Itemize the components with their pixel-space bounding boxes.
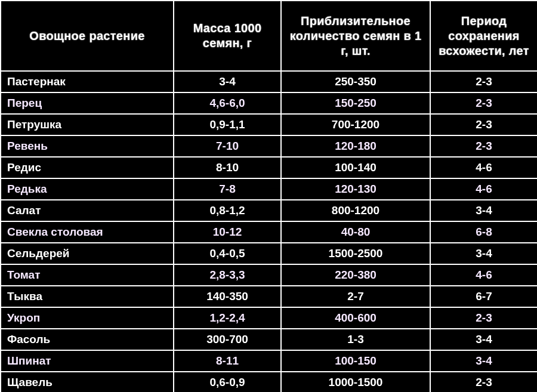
viability-years: 6-7 — [430, 286, 537, 307]
plant-name: Сельдерей — [1, 243, 174, 264]
seed-count: 400-600 — [281, 307, 430, 329]
plant-name: Шпинат — [1, 350, 174, 372]
plant-name: Тыква — [1, 286, 174, 307]
header-mass: Масса 1000 семян, г — [174, 1, 281, 71]
table-row: Томат2,8-3,3220-3804-6 — [1, 264, 537, 286]
plant-name: Петрушка — [1, 114, 174, 135]
seed-count: 150-250 — [281, 92, 430, 114]
seed-count: 700-1200 — [281, 114, 430, 135]
plant-name: Перец — [1, 92, 174, 114]
plant-name: Томат — [1, 264, 174, 286]
table-row: Перец4,6-6,0150-2502-3 — [1, 92, 537, 114]
table-row: Ревень7-10120-1802-3 — [1, 135, 537, 157]
viability-years: 2-3 — [430, 114, 537, 135]
viability-years: 2-3 — [430, 71, 537, 92]
viability-years: 6-8 — [430, 221, 537, 243]
table-row: Фасоль300-7001-33-4 — [1, 329, 537, 350]
table-row: Укроп1,2-2,4400-6002-3 — [1, 307, 537, 329]
table-row: Редис8-10100-1404-6 — [1, 157, 537, 178]
seed-count: 1000-1500 — [281, 372, 430, 392]
table-row: Шпинат8-11100-1503-4 — [1, 350, 537, 372]
plant-name: Щавель — [1, 372, 174, 392]
seed-count: 120-180 — [281, 135, 430, 157]
seed-mass: 0,9-1,1 — [174, 114, 281, 135]
viability-years: 3-4 — [430, 329, 537, 350]
seed-mass: 7-10 — [174, 135, 281, 157]
header-count-label: Приблизительное количество семян в 1 г, … — [290, 14, 422, 57]
table-row: Тыква140-3502-76-7 — [1, 286, 537, 307]
seed-count: 800-1200 — [281, 200, 430, 221]
table-body: Пастернак3-4250-3502-3Перец4,6-6,0150-25… — [1, 71, 537, 392]
seed-count: 220-380 — [281, 264, 430, 286]
seed-count: 120-130 — [281, 178, 430, 200]
plant-name: Салат — [1, 200, 174, 221]
table-header: Овощное растение Масса 1000 семян, г При… — [1, 1, 537, 71]
header-count: Приблизительное количество семян в 1 г, … — [281, 1, 430, 71]
seed-mass: 0,6-0,9 — [174, 372, 281, 392]
table-row: Свекла столовая10-1240-806-8 — [1, 221, 537, 243]
header-years: Период сохранения всхожести, лет — [430, 1, 537, 71]
seed-properties-table: Овощное растение Масса 1000 семян, г При… — [0, 0, 537, 392]
seed-table-container: Овощное растение Масса 1000 семян, г При… — [0, 0, 537, 392]
seed-mass: 4,6-6,0 — [174, 92, 281, 114]
seed-mass: 10-12 — [174, 221, 281, 243]
seed-mass: 8-10 — [174, 157, 281, 178]
seed-count: 40-80 — [281, 221, 430, 243]
header-plant: Овощное растение — [1, 1, 174, 71]
table-row: Салат0,8-1,2800-12003-4 — [1, 200, 537, 221]
viability-years: 4-6 — [430, 157, 537, 178]
plant-name: Ревень — [1, 135, 174, 157]
plant-name: Свекла столовая — [1, 221, 174, 243]
seed-count: 100-150 — [281, 350, 430, 372]
seed-mass: 8-11 — [174, 350, 281, 372]
header-mass-label: Масса 1000 семян, г — [193, 21, 262, 50]
viability-years: 2-3 — [430, 92, 537, 114]
seed-count: 1-3 — [281, 329, 430, 350]
viability-years: 2-3 — [430, 135, 537, 157]
seed-mass: 3-4 — [174, 71, 281, 92]
seed-mass: 0,8-1,2 — [174, 200, 281, 221]
table-row: Сельдерей0,4-0,51500-25003-4 — [1, 243, 537, 264]
seed-count: 250-350 — [281, 71, 430, 92]
seed-mass: 140-350 — [174, 286, 281, 307]
seed-mass: 7-8 — [174, 178, 281, 200]
table-row: Редька7-8120-1304-6 — [1, 178, 537, 200]
viability-years: 2-3 — [430, 307, 537, 329]
plant-name: Фасоль — [1, 329, 174, 350]
table-row: Щавель0,6-0,91000-15002-3 — [1, 372, 537, 392]
plant-name: Пастернак — [1, 71, 174, 92]
viability-years: 4-6 — [430, 264, 537, 286]
seed-mass: 2,8-3,3 — [174, 264, 281, 286]
viability-years: 3-4 — [430, 200, 537, 221]
viability-years: 3-4 — [430, 243, 537, 264]
viability-years: 3-4 — [430, 350, 537, 372]
seed-mass: 300-700 — [174, 329, 281, 350]
seed-count: 100-140 — [281, 157, 430, 178]
seed-count: 1500-2500 — [281, 243, 430, 264]
seed-mass: 1,2-2,4 — [174, 307, 281, 329]
plant-name: Укроп — [1, 307, 174, 329]
table-row: Петрушка0,9-1,1700-12002-3 — [1, 114, 537, 135]
viability-years: 4-6 — [430, 178, 537, 200]
plant-name: Редис — [1, 157, 174, 178]
seed-count: 2-7 — [281, 286, 430, 307]
header-years-label: Период сохранения всхожести, лет — [439, 14, 529, 57]
table-header-row: Овощное растение Масса 1000 семян, г При… — [1, 1, 537, 71]
table-row: Пастернак3-4250-3502-3 — [1, 71, 537, 92]
plant-name: Редька — [1, 178, 174, 200]
viability-years: 2-3 — [430, 372, 537, 392]
seed-mass: 0,4-0,5 — [174, 243, 281, 264]
header-plant-label: Овощное растение — [29, 29, 144, 42]
